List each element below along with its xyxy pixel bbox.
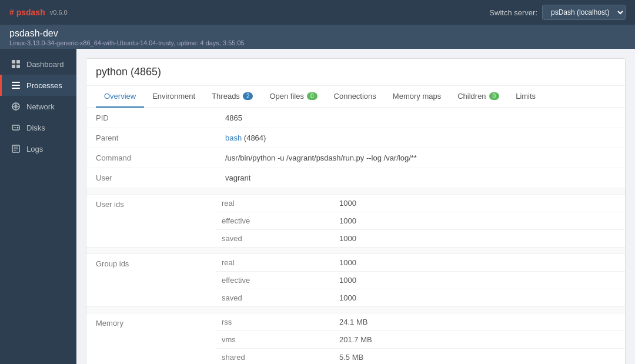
table-row: PID 4865: [86, 108, 625, 128]
sidebar-item-processes[interactable]: Processes: [0, 75, 76, 96]
sub-label: real: [216, 254, 333, 272]
field-value: rss 24.1 MB vms 201.7 MB shared 5.5 MB: [216, 313, 625, 365]
table-row: Command /usr/bin/python -u /vagrant/psda…: [86, 148, 625, 168]
tab-connections[interactable]: Connections: [326, 86, 385, 108]
svg-rect-6: [12, 88, 20, 89]
memory-subtable: rss 24.1 MB vms 201.7 MB shared 5.5 MB: [216, 313, 625, 364]
main-layout: Dashboard Processes: [0, 49, 635, 364]
field-label: Group ids: [86, 254, 216, 307]
tab-memory-maps[interactable]: Memory maps: [385, 86, 449, 108]
sidebar-item-logs[interactable]: Logs: [0, 138, 76, 159]
tab-label: Overview: [104, 92, 136, 101]
field-label: User ids: [86, 195, 216, 248]
field-value: /usr/bin/python -u /vagrant/psdash/run.p…: [216, 148, 625, 168]
table-row-spacer: [86, 248, 625, 254]
list-item: vms 201.7 MB: [216, 331, 625, 349]
sub-label: effective: [216, 272, 333, 289]
tab-children[interactable]: Children 0: [449, 86, 507, 108]
tab-open-files[interactable]: Open files 0: [261, 86, 325, 108]
app-name: psdash: [16, 8, 45, 17]
tabs: Overview Environment Threads 2 Open file…: [86, 86, 625, 108]
table-row-group-ids: Group ids real 1000 effective 1000: [86, 254, 625, 307]
sub-label: vms: [216, 331, 333, 349]
processes-icon: [11, 81, 21, 90]
threads-badge: 2: [243, 92, 253, 100]
table-row: User vagrant: [86, 168, 625, 188]
app-title: psdash-dev: [9, 28, 626, 39]
field-label: User: [86, 168, 216, 188]
process-panel: python (4865) Overview Environment Threa…: [86, 58, 626, 364]
field-label: Parent: [86, 128, 216, 148]
table-row: Parent bash (4864): [86, 128, 625, 148]
network-icon: [11, 102, 21, 111]
sub-value: 201.7 MB: [333, 331, 625, 349]
svg-rect-0: [12, 60, 15, 64]
topbar-left: # psdash v0.6.0: [9, 8, 68, 17]
field-value: 4865: [216, 108, 625, 128]
sidebar-item-label: Logs: [26, 145, 43, 153]
process-title: python (4865): [96, 66, 161, 78]
list-item: shared 5.5 MB: [216, 349, 625, 365]
field-value: vagrant: [216, 168, 625, 188]
svg-rect-3: [16, 65, 20, 68]
logo-hash: #: [9, 8, 14, 17]
sub-label: shared: [216, 349, 333, 365]
sub-value: 1000: [333, 212, 625, 230]
list-item: saved 1000: [216, 230, 625, 248]
sub-value: 5.5 MB: [333, 349, 625, 365]
table-row-spacer: [86, 307, 625, 313]
sub-value: 1000: [333, 254, 625, 272]
svg-rect-5: [12, 85, 20, 86]
tab-threads[interactable]: Threads 2: [203, 86, 261, 108]
field-value: bash (4864): [216, 128, 625, 148]
tab-label: Threads: [212, 92, 240, 101]
svg-point-11: [17, 127, 19, 129]
sub-label: real: [216, 195, 333, 212]
parent-link[interactable]: bash: [225, 133, 242, 142]
app-version: v0.6.0: [50, 9, 68, 16]
app-logo: # psdash: [9, 8, 45, 17]
field-label: PID: [86, 108, 216, 128]
sub-value: 1000: [333, 272, 625, 289]
tab-label: Open files: [269, 92, 304, 101]
sidebar-item-label: Disks: [26, 123, 45, 132]
sub-value: 24.1 MB: [333, 313, 625, 331]
sidebar-item-network[interactable]: Network: [0, 96, 76, 117]
tab-overview[interactable]: Overview: [96, 86, 144, 108]
list-item: effective 1000: [216, 212, 625, 230]
field-label: Memory: [86, 313, 216, 365]
list-item: effective 1000: [216, 272, 625, 289]
list-item: real 1000: [216, 254, 625, 272]
svg-rect-2: [12, 65, 15, 68]
children-badge: 0: [489, 92, 500, 100]
sidebar: Dashboard Processes: [0, 49, 76, 364]
list-item: rss 24.1 MB: [216, 313, 625, 331]
field-value: real 1000 effective 1000 saved 1000: [216, 195, 625, 248]
table-row-memory: Memory rss 24.1 MB vms 201.7 MB: [86, 313, 625, 365]
table-row-user-ids: User ids real 1000 effective 1000: [86, 195, 625, 248]
tab-limits[interactable]: Limits: [507, 86, 544, 108]
disks-icon: [11, 123, 21, 132]
switch-server-label: Switch server:: [489, 8, 537, 17]
list-item: saved 1000: [216, 289, 625, 307]
table-row-spacer: [86, 188, 625, 195]
tab-environment[interactable]: Environment: [144, 86, 203, 108]
app-subtitle: Linux-3.13.0-34-generic-x86_64-with-Ubun…: [9, 39, 626, 46]
sub-label: saved: [216, 289, 333, 307]
sub-value: 1000: [333, 195, 625, 212]
list-item: real 1000: [216, 195, 625, 212]
sub-label: saved: [216, 230, 333, 248]
server-select[interactable]: psDash (localhost): [542, 5, 626, 20]
sidebar-item-label: Network: [26, 102, 55, 111]
tab-label: Environment: [152, 92, 195, 101]
tab-label: Limits: [516, 92, 536, 101]
sidebar-item-disks[interactable]: Disks: [0, 117, 76, 138]
sidebar-item-dashboard[interactable]: Dashboard: [0, 54, 76, 75]
tab-label: Connections: [334, 92, 376, 101]
tab-label: Memory maps: [393, 92, 441, 101]
sub-value: 1000: [333, 230, 625, 248]
topbar: # psdash v0.6.0 Switch server: psDash (l…: [0, 0, 635, 25]
group-ids-subtable: real 1000 effective 1000 saved 1000: [216, 254, 625, 306]
panel-header: python (4865): [86, 59, 625, 86]
sidebar-item-label: Processes: [26, 81, 62, 90]
